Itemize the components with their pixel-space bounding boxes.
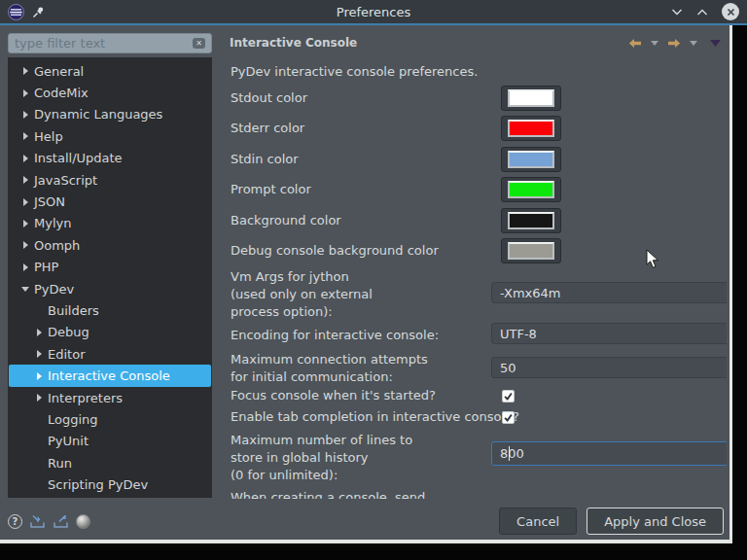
minimize-icon[interactable] — [671, 8, 683, 17]
forward-history-chevron-icon[interactable] — [690, 41, 697, 46]
color-swatch-button[interactable] — [501, 86, 561, 111]
sidebar-item-label: JSON — [34, 194, 65, 209]
export-icon[interactable] — [53, 514, 69, 529]
color-label: Debug console background color — [231, 242, 439, 260]
max-attempts-field[interactable]: 50 — [491, 357, 727, 378]
collapsed-arrow-icon[interactable] — [20, 198, 30, 206]
color-swatch-button[interactable] — [501, 147, 561, 172]
cancel-button[interactable]: Cancel — [499, 508, 577, 535]
color-swatch-button[interactable] — [501, 177, 561, 202]
sidebar-item-label: Mylyn — [34, 216, 71, 230]
collapsed-arrow-icon[interactable] — [20, 241, 30, 249]
close-icon[interactable] — [722, 3, 739, 20]
color-row: Stdout color — [231, 86, 717, 111]
sidebar-item-builders[interactable]: Builders — [9, 299, 211, 321]
back-arrow-icon[interactable] — [628, 38, 642, 49]
sidebar-item-interpreters[interactable]: Interpreters — [9, 387, 211, 408]
sidebar-item-editor[interactable]: Editor — [9, 343, 211, 365]
sidebar-item-general[interactable]: General — [9, 60, 211, 82]
encoding-field[interactable]: UTF-8 — [491, 323, 727, 344]
collapsed-arrow-icon[interactable] — [34, 372, 44, 380]
color-label: Background color — [231, 212, 341, 229]
sidebar-item-dynamic-languages[interactable]: Dynamic Languages — [9, 104, 211, 125]
import-icon[interactable] — [29, 514, 46, 529]
apply-and-close-button[interactable]: Apply and Close — [587, 508, 724, 535]
expanded-arrow-icon[interactable] — [20, 287, 30, 292]
titlebar: Preferences — [0, 0, 747, 23]
checkbox-label: Focus console when it's started? — [231, 387, 436, 404]
sidebar-item-run[interactable]: Run — [9, 452, 211, 473]
sidebar-item-javascript[interactable]: JavaScript — [9, 169, 211, 191]
color-swatch-button[interactable] — [501, 238, 561, 263]
swatch-color — [510, 244, 552, 258]
sidebar-item-pyunit[interactable]: PyUnit — [9, 431, 211, 452]
sidebar-item-label: PyDev — [34, 282, 74, 297]
color-row: Stdin color — [231, 147, 717, 172]
collapsed-arrow-icon[interactable] — [20, 263, 30, 271]
clear-filter-icon[interactable]: ✕ — [193, 38, 205, 49]
sidebar-item-interactive-console[interactable]: Interactive Console — [9, 365, 211, 386]
field-label: Encoding for interactive console: — [231, 327, 439, 344]
forward-arrow-icon[interactable] — [667, 38, 681, 49]
filter-input[interactable]: type filter text ✕ — [8, 33, 212, 53]
sidebar-item-install-update[interactable]: Install/Update — [9, 148, 211, 169]
view-menu-icon[interactable] — [710, 40, 721, 47]
sidebar-item-logging[interactable]: Logging — [9, 408, 211, 430]
form-row: Vm Args for jython (used only on externa… — [231, 268, 717, 321]
color-row: Debug console background color — [231, 238, 717, 263]
help-icon[interactable]: ? — [8, 514, 22, 529]
focus-console-checkbox[interactable] — [502, 390, 515, 402]
sidebar-item-oomph[interactable]: Oomph — [9, 234, 211, 256]
sidebar-item-php[interactable]: PHP — [9, 257, 211, 278]
checkbox-row: Enable tab completion in interactive con… — [231, 408, 717, 426]
sidebar-item-json[interactable]: JSON — [9, 191, 211, 212]
swatch-frame — [508, 181, 554, 198]
collapsed-arrow-icon[interactable] — [20, 111, 30, 119]
sidebar-item-label: CodeMix — [34, 86, 89, 100]
color-swatch-button[interactable] — [501, 116, 561, 141]
swatch-frame — [508, 89, 554, 107]
sidebar-item-debug[interactable]: Debug — [9, 322, 211, 343]
field-label: Maximum number of lines to store in glob… — [231, 432, 412, 484]
collapsed-arrow-icon[interactable] — [20, 132, 30, 140]
color-label: Stdin color — [231, 151, 299, 168]
filter-placeholder: type filter text — [15, 36, 193, 51]
preference-recorder-icon[interactable] — [76, 514, 90, 529]
page-title: Interactive Console — [230, 36, 357, 50]
vm-args-field[interactable]: -Xmx64m — [491, 282, 727, 303]
window-title: Preferences — [0, 5, 747, 19]
text-caret — [509, 446, 510, 461]
sidebar-item-label: Help — [34, 129, 63, 144]
collapsed-arrow-icon[interactable] — [20, 176, 30, 184]
intro-text: PyDev interactive console preferences. — [231, 64, 478, 79]
content-header: Interactive Console — [230, 33, 721, 52]
sidebar-item-mylyn[interactable]: Mylyn — [9, 213, 211, 234]
preferences-tree: GeneralCodeMixDynamic LanguagesHelpInsta… — [8, 57, 212, 498]
swatch-frame — [508, 212, 554, 229]
collapsed-arrow-icon[interactable] — [34, 329, 44, 336]
color-swatch-button[interactable] — [501, 208, 561, 233]
collapsed-arrow-icon[interactable] — [20, 220, 30, 228]
collapsed-arrow-icon[interactable] — [34, 394, 44, 402]
collapsed-arrow-icon[interactable] — [34, 350, 44, 358]
sidebar-item-help[interactable]: Help — [9, 125, 211, 147]
collapsed-arrow-icon[interactable] — [20, 89, 30, 97]
color-label: Stdout color — [231, 89, 307, 107]
sidebar-item-label: PHP — [34, 260, 58, 274]
sidebar-item-scripting-pydev[interactable]: Scripting PyDev — [9, 473, 211, 495]
sidebar-item-pydev[interactable]: PyDev — [9, 278, 211, 299]
back-history-chevron-icon[interactable] — [651, 41, 658, 46]
collapsed-arrow-icon[interactable] — [20, 155, 30, 162]
swatch-frame — [508, 151, 554, 168]
history-lines-field[interactable]: 800 — [491, 441, 727, 466]
field-value: 50 — [500, 361, 516, 375]
pin-icon[interactable] — [32, 6, 45, 18]
sidebar-item-label: Dynamic Languages — [34, 107, 162, 122]
tab-completion-checkbox[interactable] — [502, 411, 515, 424]
maximize-icon[interactable] — [696, 8, 708, 17]
sidebar-item-label: JavaScript — [34, 173, 97, 188]
sidebar-item-codemix[interactable]: CodeMix — [9, 82, 211, 103]
checkbox-label: Enable tab completion in interactive con… — [231, 408, 519, 426]
collapsed-arrow-icon[interactable] — [20, 67, 30, 75]
sidebar-item-label: Scripting PyDev — [48, 477, 148, 492]
